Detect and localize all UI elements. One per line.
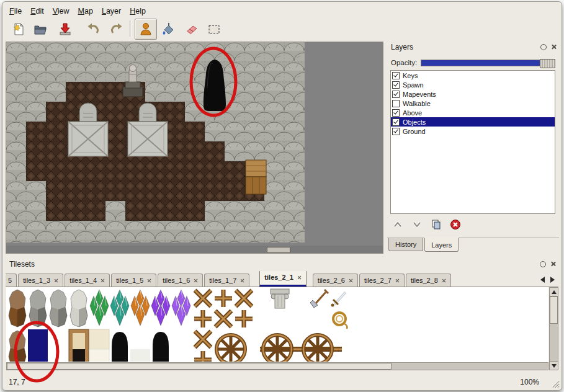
tileset-tab[interactable]: 5 [6, 274, 17, 287]
raise-layer-button[interactable] [391, 218, 405, 231]
tileset-tab[interactable]: tiles_1_3 [18, 274, 63, 287]
new-map-button[interactable] [7, 19, 30, 40]
fill-tool-button[interactable] [157, 19, 179, 40]
tileset-vscrollbar-thumb[interactable] [550, 296, 558, 324]
crate-sprite [246, 160, 266, 194]
resize-grip[interactable] [551, 380, 560, 388]
undo-button[interactable] [82, 19, 104, 40]
panel-float-button[interactable] [539, 43, 547, 51]
close-icon [551, 44, 557, 50]
menu-edit[interactable]: Edit [26, 6, 48, 17]
panel-close-button[interactable] [549, 260, 557, 268]
panel-float-button[interactable] [539, 260, 547, 268]
eraser-tool-button[interactable] [181, 19, 203, 40]
scroll-up-button[interactable] [550, 288, 558, 296]
layer-label: Spawn [403, 81, 424, 89]
cave-arch-tile[interactable] [153, 332, 169, 362]
tileset-tab[interactable]: tiles_1_5 [111, 274, 156, 287]
panel-close-button[interactable] [550, 43, 558, 51]
layer-list[interactable]: Keys Spawn Mapevents Walkable Above Obje… [390, 70, 555, 214]
layer-row[interactable]: Keys [391, 71, 555, 80]
tileset-tab[interactable]: tiles_2_1 [259, 271, 306, 287]
tileset-grid[interactable] [6, 287, 548, 362]
close-icon[interactable] [349, 278, 353, 283]
close-icon[interactable] [194, 278, 198, 283]
rock-gray-tile[interactable] [29, 290, 47, 327]
layer-row[interactable]: Objects [391, 117, 555, 127]
tileset-tab[interactable]: tiles_1_6 [158, 274, 203, 287]
close-icon[interactable] [54, 278, 58, 283]
map-view[interactable] [6, 42, 383, 254]
status-coordinates: 17, 7 [9, 378, 25, 386]
layer-checkbox[interactable] [392, 72, 400, 79]
layer-row[interactable]: Mapevents [391, 89, 555, 99]
tileset-tab[interactable]: tiles_1_7 [204, 274, 249, 287]
close-icon[interactable] [395, 278, 400, 283]
rock-gray-light-tile[interactable] [50, 290, 67, 327]
tileset-tab-label: tiles_1_5 [116, 277, 143, 284]
layer-checkbox[interactable] [392, 91, 400, 98]
menu-file[interactable]: File [5, 6, 26, 17]
float-icon [540, 44, 547, 50]
layer-checkbox[interactable] [392, 81, 400, 89]
close-icon[interactable] [240, 278, 244, 283]
cream-tile[interactable] [89, 349, 109, 362]
tileset-hscrollbar[interactable] [6, 362, 548, 370]
close-icon[interactable] [101, 278, 105, 283]
tileset-tab[interactable]: tiles_2_6 [313, 274, 358, 287]
duplicate-layer-button[interactable] [429, 218, 443, 231]
scroll-down-button[interactable] [550, 361, 558, 370]
opacity-slider[interactable] [421, 60, 555, 66]
track-wheel-tile[interactable] [303, 334, 333, 362]
tab-scroll-right-button[interactable] [547, 274, 557, 286]
rock-brown-tile[interactable] [9, 331, 26, 362]
menu-view[interactable]: View [48, 6, 74, 17]
door-frame-tile[interactable] [69, 329, 89, 362]
layer-checkbox[interactable] [392, 100, 400, 107]
layer-row[interactable]: Spawn [391, 80, 555, 89]
layer-row[interactable]: Walkable [391, 99, 555, 108]
tileset-tab-label: tiles_2_8 [411, 277, 438, 284]
tab-layers[interactable]: Layers [424, 238, 459, 252]
tileset-content[interactable] [6, 287, 548, 362]
cave-arch-tile[interactable] [112, 332, 128, 362]
close-icon[interactable] [297, 275, 302, 280]
delete-layer-button[interactable] [449, 218, 462, 231]
layer-row[interactable]: Above [391, 108, 555, 117]
tab-label: Layers [431, 241, 452, 249]
lower-layer-button[interactable] [410, 218, 424, 231]
rock-brown-tile[interactable] [9, 290, 26, 327]
menubar: File Edit View Map Layer Help [5, 5, 559, 17]
menu-layer[interactable]: Layer [97, 6, 125, 17]
rock-pale-tile[interactable] [70, 290, 87, 327]
tileset-tab[interactable]: tiles_2_7 [359, 274, 405, 287]
save-button[interactable] [54, 19, 76, 40]
map-canvas[interactable] [6, 42, 305, 243]
open-button[interactable] [29, 19, 51, 40]
opacity-slider-handle[interactable] [540, 59, 555, 68]
tab-scroll-left-button[interactable] [537, 274, 547, 286]
menu-map[interactable]: Map [74, 6, 97, 17]
map-hscrollbar-thumb[interactable] [267, 247, 290, 253]
selected-tile[interactable] [28, 329, 48, 362]
redo-button[interactable] [105, 19, 128, 40]
layer-checkbox[interactable] [392, 109, 400, 117]
menu-help[interactable]: Help [125, 6, 150, 17]
tileset-vscrollbar[interactable] [549, 287, 558, 370]
track-wheel-tile[interactable] [262, 334, 292, 362]
pale-tile[interactable] [130, 349, 150, 362]
tab-history[interactable]: History [388, 238, 423, 251]
map-hscrollbar[interactable] [6, 246, 383, 253]
close-icon[interactable] [147, 278, 151, 283]
stamp-tool-button[interactable] [135, 19, 157, 40]
layer-checkbox[interactable] [392, 118, 400, 126]
cream-tile[interactable] [89, 329, 109, 349]
layer-row[interactable]: Ground [391, 127, 555, 136]
layer-checkbox[interactable] [392, 128, 400, 135]
tileset-tab[interactable]: tiles_1_4 [65, 274, 110, 287]
tileset-hscrollbar-thumb[interactable] [7, 363, 392, 370]
track-wheel-tile[interactable] [216, 334, 246, 362]
close-icon[interactable] [442, 278, 446, 283]
tileset-tab[interactable]: tiles_2_8 [406, 274, 451, 287]
select-tool-button[interactable] [203, 19, 225, 40]
